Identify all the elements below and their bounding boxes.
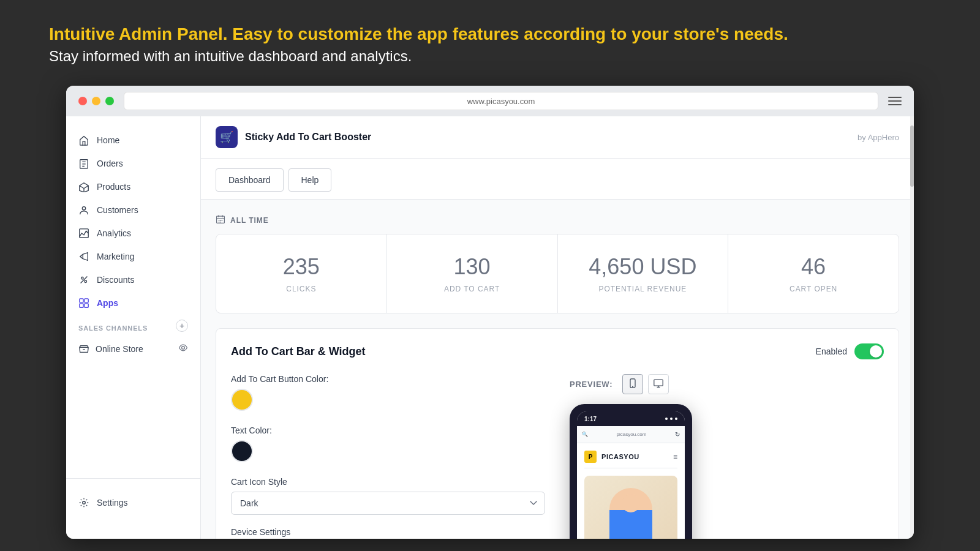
app-icon: 🛒 (216, 126, 238, 148)
tab-dashboard[interactable]: Dashboard (216, 168, 284, 192)
sidebar-item-discounts[interactable]: Discounts (66, 268, 200, 291)
stat-add-to-cart-value: 130 (402, 254, 543, 280)
traffic-lights (78, 97, 114, 105)
stat-cart-open-label: CART OPEN (743, 285, 884, 293)
stat-clicks-value: 235 (231, 254, 372, 280)
widget-section: Add To Cart Bar & Widget Enabled (216, 328, 899, 539)
preview-header: PREVIEW: (570, 374, 884, 394)
svg-rect-8 (85, 304, 88, 307)
stats-period-label: ALL TIME (230, 216, 269, 225)
widget-content: Add To Cart Button Color: Text Color: (231, 374, 884, 539)
apps-icon (78, 298, 89, 309)
sidebar-item-customers-label: Customers (97, 205, 138, 215)
svg-rect-6 (85, 299, 88, 302)
phone-browser-bar: 🔍 picasyou.com ↻ (577, 426, 685, 443)
widget-header: Add To Cart Bar & Widget Enabled (231, 343, 884, 359)
svg-point-4 (85, 280, 87, 283)
stats-period-icon (216, 214, 225, 227)
stat-cart-open-value: 46 (743, 254, 884, 280)
hamburger-icon[interactable] (888, 97, 902, 105)
svg-rect-5 (80, 299, 83, 302)
discounts-icon (78, 274, 89, 285)
sales-channels-section: SALES CHANNELS + (66, 315, 200, 337)
preview-desktop-button[interactable] (648, 374, 669, 394)
url-text: www.picasyou.com (467, 97, 535, 106)
stat-card-cart-open: 46 CART OPEN (728, 234, 899, 313)
stats-grid: 235 CLICKS 130 ADD TO CART 4,650 USD POT… (216, 234, 899, 313)
preview-label: PREVIEW: (570, 380, 612, 389)
marketing-icon (78, 251, 89, 262)
products-icon (78, 181, 89, 192)
sidebar: Home Orders (66, 116, 201, 539)
traffic-light-green[interactable] (105, 97, 114, 105)
sidebar-item-analytics[interactable]: Analytics (66, 222, 200, 245)
traffic-light-red[interactable] (78, 97, 87, 105)
button-color-label: Add To Cart Button Color: (231, 374, 545, 384)
tabs-bar: Dashboard Help (201, 159, 914, 200)
traffic-light-yellow[interactable] (92, 97, 100, 105)
person-head (622, 494, 640, 512)
sidebar-item-customers[interactable]: Customers (66, 198, 200, 222)
phone-logo-icon: P (584, 451, 597, 463)
stat-card-clicks: 235 CLICKS (216, 234, 386, 313)
preview-mobile-button[interactable] (622, 374, 643, 394)
device-settings-field: Device Settings Show on All Devices Mobi… (231, 527, 545, 539)
stat-clicks-label: CLICKS (231, 285, 372, 293)
scrollbar-track (910, 116, 914, 539)
sales-channels-label: SALES CHANNELS (78, 315, 148, 337)
cart-icon-style-label: Cart Icon Style (231, 477, 545, 487)
sidebar-item-home[interactable]: Home (66, 129, 200, 152)
app-by: by AppHero (858, 133, 899, 142)
preview-icons (622, 374, 669, 394)
sidebar-item-analytics-label: Analytics (97, 228, 131, 238)
sidebar-item-products[interactable]: Products (66, 175, 200, 198)
enabled-toggle[interactable] (854, 343, 884, 359)
header-subtitle: Stay informed with an intuitive dashboar… (49, 48, 931, 65)
button-color-field: Add To Cart Button Color: (231, 374, 545, 413)
sidebar-bottom: Settings (66, 478, 200, 527)
phone-product-content: P PICASYOU ≡ (577, 443, 685, 539)
text-color-swatch[interactable] (231, 440, 253, 462)
sidebar-item-orders[interactable]: Orders (66, 152, 200, 175)
sidebar-item-apps-label: Apps (97, 298, 118, 308)
phone-logo-area: P PICASYOU ≡ (584, 451, 677, 468)
customers-icon (78, 204, 89, 216)
browser-content: Home Orders (66, 116, 914, 539)
phone-cart-icon: ↻ (675, 431, 680, 438)
sidebar-item-marketing[interactable]: Marketing (66, 245, 200, 268)
sidebar-item-apps[interactable]: Apps (66, 291, 200, 315)
stat-revenue-label: POTENTIAL REVENUE (573, 285, 714, 293)
sidebar-nav: Home Orders (66, 129, 200, 478)
phone-logo-text: PICASYOU (601, 453, 639, 460)
button-color-swatch[interactable] (231, 389, 253, 411)
phone-url: picasyou.com (592, 432, 671, 437)
device-settings-label: Device Settings (231, 527, 545, 537)
sales-channels-add-button[interactable]: + (176, 320, 188, 332)
content-area: ALL TIME 235 CLICKS 130 ADD TO CART (201, 200, 914, 539)
address-bar[interactable]: www.picasyou.com (124, 92, 878, 110)
sidebar-item-settings-label: Settings (97, 498, 128, 508)
header-title-bold: Intuitive Admin Panel. (49, 24, 227, 43)
cart-icon-style-select[interactable]: Dark Light (231, 492, 545, 515)
sidebar-item-settings[interactable]: Settings (66, 491, 200, 514)
page-header: Intuitive Admin Panel. Easy to customize… (0, 0, 980, 83)
tab-help[interactable]: Help (288, 168, 332, 192)
phone-mockup: 1:17 (570, 404, 692, 539)
phone-search-icon: 🔍 (582, 432, 588, 437)
widget-title: Add To Cart Bar & Widget (231, 345, 366, 358)
scrollbar-thumb[interactable] (910, 126, 914, 187)
header-title-normal: Easy to customize the app features accor… (227, 24, 788, 43)
online-store-icon (78, 343, 89, 354)
online-store-eye-button[interactable] (178, 343, 188, 354)
phone-product-image (584, 476, 677, 539)
phone-screen: 1:17 (577, 411, 685, 539)
text-color-field: Text Color: (231, 425, 545, 465)
stat-add-to-cart-label: ADD TO CART (402, 285, 543, 293)
settings-icon (78, 497, 89, 508)
stat-revenue-value: 4,650 USD (573, 254, 714, 280)
analytics-icon (78, 228, 89, 239)
svg-point-10 (83, 501, 86, 504)
svg-point-9 (182, 347, 185, 350)
preview-section: PREVIEW: (570, 374, 884, 539)
sidebar-item-online-store[interactable]: Online Store (66, 337, 200, 361)
